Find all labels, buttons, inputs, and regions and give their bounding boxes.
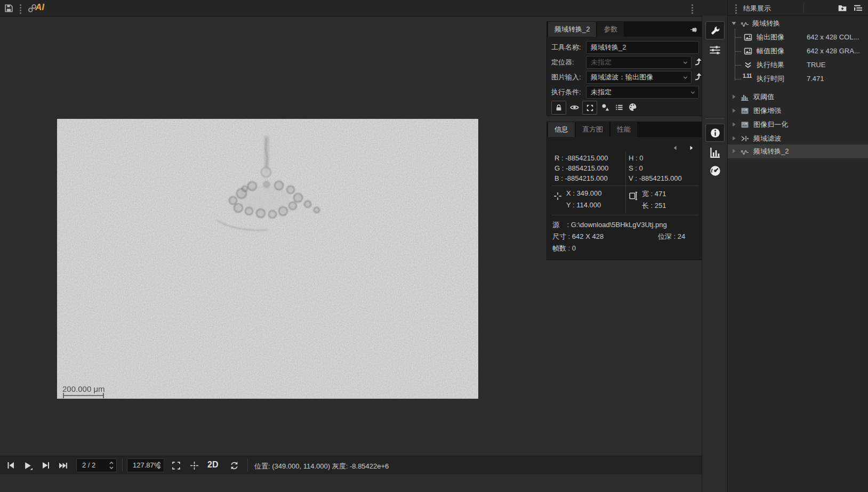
- tree-item-label: 频域转换: [752, 17, 780, 30]
- locator-assign-icon[interactable]: [694, 57, 702, 67]
- pixel-s-value: S : 0: [629, 164, 643, 172]
- info-view-button[interactable]: [705, 124, 725, 142]
- tree-item-image-enhance[interactable]: 图像增强: [728, 104, 868, 118]
- tab-parameters[interactable]: 参数: [597, 22, 624, 37]
- tree-item-freq-transform[interactable]: 频域转换: [728, 17, 868, 30]
- cursor-position-icon: [553, 192, 562, 200]
- palette-button[interactable]: [626, 101, 640, 114]
- locator-dropdown[interactable]: 未指定: [586, 56, 692, 69]
- image-icon: [744, 33, 752, 42]
- waveform-icon: [741, 19, 749, 28]
- strip-divider: [705, 118, 725, 119]
- spinner-arrows-icon[interactable]: [109, 461, 114, 470]
- playback-toolbar: 2 / 2 127.87% 2D 位置: (349.000, 114.000) …: [0, 456, 702, 474]
- header-divider: [803, 3, 804, 13]
- caret-right-icon[interactable]: [731, 94, 737, 100]
- add-folder-icon[interactable]: [838, 3, 847, 13]
- tab-performance[interactable]: 性能: [610, 122, 637, 137]
- tree-item-label: 频域转换_2: [753, 144, 789, 158]
- waveform-icon: [741, 147, 749, 156]
- tool-name-input[interactable]: [586, 41, 699, 54]
- image-input-dropdown[interactable]: 频域滤波：输出图像: [586, 71, 692, 84]
- frame-counter-value: 2 / 2: [82, 461, 95, 469]
- zoom-level-spinner[interactable]: 127.87%: [127, 458, 164, 472]
- tree-item-label: 幅值图像: [757, 44, 784, 58]
- info-panel-tabbar: 信息直方图性能: [547, 122, 702, 137]
- caret-right-icon[interactable]: [731, 108, 737, 114]
- tree-item-label: 输出图像: [757, 30, 784, 44]
- center-crosshair-button[interactable]: [190, 461, 199, 470]
- tree-item-dual-threshold[interactable]: 双阈值: [728, 90, 868, 104]
- cursor-status-text: 位置: (349.000, 114.000) 灰度: -8.85422e+6: [254, 462, 389, 471]
- caret-right-icon[interactable]: [731, 135, 737, 141]
- pager-left-icon[interactable]: [672, 144, 679, 151]
- tools-wrench-button[interactable]: [705, 21, 725, 39]
- tab-histogram[interactable]: 直方图: [576, 122, 609, 137]
- info-panel: 信息直方图性能 R : -8854215.000 G : -8854215.00…: [546, 122, 703, 260]
- tree-item-freq-filter[interactable]: 频域滤波: [728, 132, 868, 146]
- caret-right-icon[interactable]: [731, 148, 737, 154]
- lock-toggle-button[interactable]: [551, 101, 566, 115]
- tree-item-exec-result[interactable]: 执行结果 TRUE: [728, 58, 868, 72]
- tab-tool-name[interactable]: 频域转换_2: [548, 22, 596, 37]
- expand-view-button[interactable]: [582, 101, 597, 115]
- pin-icon[interactable]: [690, 26, 698, 34]
- step-forward-button[interactable]: [42, 461, 51, 470]
- image-size-value: 尺寸 : 642 X 428: [552, 232, 604, 241]
- double-check-icon: [744, 61, 752, 69]
- performance-gauge-button[interactable]: [708, 163, 722, 178]
- app-logo: AI: [35, 2, 44, 13]
- chevron-down-icon: [690, 90, 696, 95]
- save-icon[interactable]: [4, 4, 13, 13]
- tree-item-label: 执行时间: [757, 72, 784, 86]
- info-divider-horizontal2: [551, 215, 699, 215]
- toolbar-separator: [247, 459, 248, 472]
- tree-item-value: 642 x 428 COL...: [807, 30, 859, 44]
- tree-item-value: 642 x 428 GRA...: [807, 44, 860, 58]
- tree-item-freq-transform-2[interactable]: 频域转换_2: [728, 144, 868, 158]
- shapes-overlay-button[interactable]: [598, 101, 612, 114]
- loop-refresh-button[interactable]: [230, 461, 239, 470]
- histogram-icon: [741, 93, 749, 101]
- image-source-path: 源 : G:\download\5BHkLgV3Utj.png: [552, 220, 667, 230]
- tab-info[interactable]: 信息: [548, 122, 575, 137]
- collapse-tree-icon[interactable]: [854, 4, 863, 13]
- pixel-g-value: G : -8854215.000: [554, 164, 608, 172]
- image-input-label: 图片输入:: [551, 71, 581, 84]
- tool-name-input-field[interactable]: [591, 42, 694, 53]
- pixel-h-value: H : 0: [629, 154, 643, 162]
- pixel-r-value: R : -8854215.000: [554, 154, 608, 162]
- tree-item-image-normalize[interactable]: 图像归一化: [728, 118, 868, 132]
- caret-right-icon[interactable]: [731, 122, 737, 127]
- toolbar-grip-handle[interactable]: [20, 4, 21, 14]
- skip-to-end-button[interactable]: [59, 461, 68, 470]
- tool-name-label: 工具名称:: [551, 41, 581, 54]
- pager-right-icon[interactable]: [688, 144, 695, 151]
- tree-item-label: 执行结果: [757, 58, 784, 72]
- frequency-filter-icon: [741, 134, 749, 143]
- tree-item-output-image[interactable]: 输出图像 642 x 428 COL...: [728, 30, 868, 44]
- bit-depth-value: 位深 : 24: [658, 232, 685, 241]
- spinner-arrows-icon[interactable]: [156, 461, 162, 470]
- list-overlay-button[interactable]: [612, 101, 626, 114]
- caret-down-icon[interactable]: [731, 20, 737, 26]
- visibility-eye-button[interactable]: [567, 101, 581, 114]
- view-mode-2d-button[interactable]: 2D: [207, 460, 218, 470]
- tree-item-amplitude-image[interactable]: 幅值图像 642 x 428 GRA...: [728, 44, 868, 58]
- frame-counter-spinner[interactable]: 2 / 2: [76, 458, 117, 472]
- image-input-assign-icon[interactable]: [694, 72, 702, 82]
- histogram-view-button[interactable]: [708, 145, 722, 160]
- skip-to-start-button[interactable]: [6, 461, 16, 470]
- fit-to-screen-button[interactable]: [172, 461, 181, 470]
- info-divider-vertical: [625, 152, 626, 213]
- locator-value: 未指定: [591, 58, 612, 66]
- pixel-v-value: V : -8854215.000: [629, 174, 682, 182]
- exec-condition-value: 未指定: [591, 88, 612, 96]
- results-grip-handle[interactable]: [735, 4, 737, 14]
- settings-sliders-button[interactable]: [708, 43, 722, 58]
- tree-item-exec-time[interactable]: 1.11 执行时间 7.471: [728, 72, 868, 86]
- exec-condition-dropdown[interactable]: 未指定: [586, 86, 699, 99]
- play-button[interactable]: [23, 461, 33, 470]
- micrograph-canvas[interactable]: 200.000 μm: [57, 119, 478, 399]
- panel-grip-handle[interactable]: [692, 4, 693, 14]
